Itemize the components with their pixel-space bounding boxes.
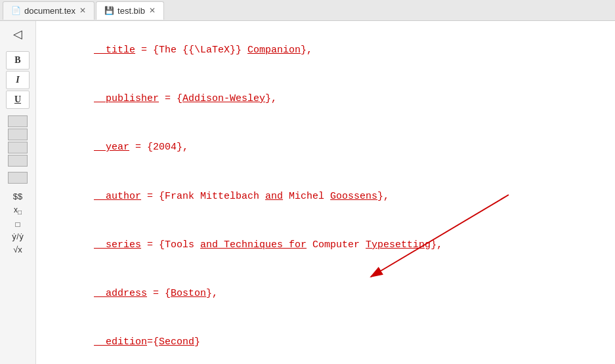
tab-bib-close[interactable]: ✕ [149, 6, 156, 15]
tab-bib-label: test.bib [117, 6, 145, 16]
tab-document-label: document.tex [24, 6, 75, 16]
bold-button[interactable]: B [6, 51, 30, 70]
code-content: title = {The {{\LaTeX}} Companion}, publ… [36, 21, 615, 364]
left-toolbar: ◁ B I U $$ x□ □ ẏ/ẏ √x [0, 21, 36, 364]
field-address: address [94, 288, 147, 299]
field-title: title [94, 45, 135, 56]
editor-area[interactable]: title = {The {{\LaTeX}} Companion}, publ… [36, 21, 615, 364]
tab-document-close[interactable]: ✕ [79, 6, 86, 15]
math-frac-button[interactable]: ẏ/ẏ [9, 232, 26, 242]
code-line-title: title = {The {{\LaTeX}} Companion}, [47, 26, 610, 75]
italic-button[interactable]: I [6, 71, 30, 89]
code-line-author: author = {Frank Mittelbach and Michel Go… [47, 172, 610, 221]
tab-bar: 📄 document.tex ✕ 💾 test.bib ✕ [0, 0, 615, 21]
code-line-publisher: publisher = {Addison-Wesley}, [47, 75, 610, 123]
tab-bib[interactable]: 💾 test.bib ✕ [96, 1, 164, 20]
align-right-button[interactable] [8, 142, 28, 153]
align-left-button[interactable] [8, 115, 28, 127]
code-line-year: year = {2004}, [47, 124, 610, 172]
align-center-button[interactable] [8, 129, 28, 140]
main-area: ◁ B I U $$ x□ □ ẏ/ẏ √x title = {The {{\L… [0, 21, 615, 364]
bib-icon: 💾 [104, 6, 114, 15]
math-ss-button[interactable]: $$ [11, 190, 25, 203]
field-publisher: publisher [94, 93, 159, 104]
field-year: year [94, 142, 129, 153]
math-sq-button[interactable]: □ [12, 218, 22, 230]
math-sqrt-button[interactable]: √x [11, 243, 25, 256]
field-edition: edition [94, 336, 147, 348]
document-icon: 📄 [11, 6, 21, 15]
underline-button[interactable]: U [6, 91, 30, 109]
code-line-address: address = {Boston}, [47, 270, 610, 318]
tab-document[interactable]: 📄 document.tex ✕ [3, 1, 95, 20]
field-series: series [94, 239, 141, 251]
math-sub-button[interactable]: x□ [11, 204, 24, 217]
back-button[interactable]: ◁ [6, 25, 30, 43]
code-line-edition: edition={Second} [47, 319, 610, 365]
code-line-series: series = {Tools and Techniques for Compu… [47, 221, 610, 270]
indent-button[interactable] [8, 172, 28, 184]
field-author: author [94, 191, 141, 202]
align-justify-button[interactable] [8, 155, 28, 167]
